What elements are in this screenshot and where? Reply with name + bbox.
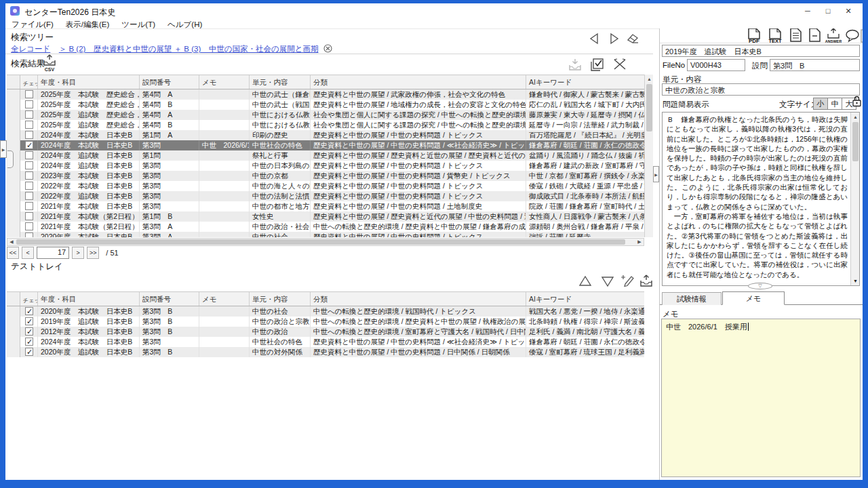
row-checkbox[interactable] bbox=[25, 141, 33, 149]
row-checkbox[interactable] bbox=[25, 110, 33, 119]
uncheck-all-button[interactable] bbox=[612, 58, 628, 74]
table-row[interactable]: 2021年度 本試験 日本史B第3問中世の都市と地方との関係歴史資料と中世の展望… bbox=[7, 201, 644, 211]
column-header[interactable]: 単元・内容 bbox=[250, 75, 311, 89]
tray-export-button[interactable] bbox=[638, 274, 654, 290]
checkbox-cell[interactable] bbox=[20, 100, 38, 110]
column-header[interactable]: メモ bbox=[199, 292, 250, 306]
column-header[interactable]: 年度・科目 bbox=[38, 292, 140, 306]
table-row[interactable]: 2020年度 本試験 日本史B第3問 A中世の社会歴史資料と中世の展望 / 中世… bbox=[7, 232, 644, 237]
lock-button[interactable] bbox=[851, 95, 862, 107]
memo-textarea[interactable]: 中世 2026/6/1 授業用 bbox=[661, 319, 861, 477]
checkbox-cell[interactable] bbox=[20, 191, 38, 201]
checkbox-cell[interactable] bbox=[20, 232, 38, 237]
pdf-button[interactable]: PDF bbox=[745, 28, 762, 43]
checkbox-cell[interactable] bbox=[20, 171, 38, 181]
table-row[interactable]: 2021年度 本試験（第2日程） 日本史B第3問 A中世の政治・社会・文化中世へ… bbox=[7, 222, 644, 232]
checkbox-cell[interactable] bbox=[20, 140, 38, 150]
tab-memo[interactable]: メモ bbox=[722, 291, 785, 305]
checkbox-cell[interactable] bbox=[20, 161, 38, 171]
first-page-button[interactable]: << bbox=[7, 247, 19, 259]
scroll-right-icon[interactable]: ▶ bbox=[635, 239, 644, 245]
last-page-button[interactable]: >> bbox=[87, 247, 99, 259]
row-checkbox[interactable] bbox=[25, 182, 33, 190]
checkbox-cell[interactable] bbox=[20, 222, 38, 232]
comment-button[interactable] bbox=[844, 28, 861, 45]
expand-preview-button[interactable]: ▽ bbox=[748, 283, 772, 289]
row-checkbox[interactable] bbox=[25, 151, 33, 159]
column-header[interactable]: 分類 bbox=[311, 292, 526, 306]
scrollbar-thumb[interactable] bbox=[16, 239, 625, 245]
next-page-button[interactable]: > bbox=[72, 247, 84, 259]
table-row[interactable]: 2024年度 追試験 日本史B第3問中世の日本列島の様子歴史資料と中世の展望 /… bbox=[7, 161, 644, 171]
scrollbar-thumb[interactable] bbox=[646, 84, 652, 131]
checkbox-cell[interactable] bbox=[20, 181, 38, 191]
table-row[interactable]: 2024年度 追試験 日本史B第1問祭礼と行事歴史資料と中世の展望 / 歴史資料… bbox=[7, 150, 644, 161]
row-checkbox[interactable] bbox=[25, 202, 33, 210]
maximize-button[interactable]: □ bbox=[818, 3, 838, 18]
table-row[interactable]: 2020年度 追試験 日本史B第3問 B中世の対外関係歴史資料と中世の展望 / … bbox=[7, 347, 644, 357]
text-button[interactable]: TEXT bbox=[766, 28, 782, 43]
column-header[interactable]: 年度・科目 bbox=[38, 75, 140, 89]
column-header[interactable]: メモ bbox=[199, 75, 250, 89]
row-checkbox[interactable] bbox=[25, 161, 33, 169]
table-row[interactable]: 2024年度 本試験 日本史B第1問 A印刷の歴史歴史資料と中世の展望 / 中世… bbox=[7, 130, 644, 140]
table-row[interactable]: 2019年度 追試験 日本史B第3問 B中世の政治と宗教中世への転換と歴史的環境… bbox=[7, 317, 644, 327]
prev-page-button[interactable]: < bbox=[22, 247, 34, 259]
preview-scrollbar[interactable]: ▲ ▼ bbox=[850, 113, 859, 285]
fontsize-small-button[interactable]: 小 bbox=[813, 98, 828, 110]
row-checkbox[interactable] bbox=[25, 90, 33, 98]
table-row[interactable]: 2022年度 追試験 日本史B第3問中世の法制と法慣習歴史資料と中世の展望 / … bbox=[7, 191, 644, 201]
close-button[interactable]: ✕ bbox=[838, 3, 859, 18]
checkbox-cell[interactable] bbox=[20, 347, 38, 357]
image-preview-button[interactable] bbox=[861, 29, 863, 45]
table-row[interactable]: 2025年度 本試験 歴史総合，日本第4問 A中世の武士（鎌倉時代歴史資料と中世… bbox=[7, 89, 644, 100]
document-lines-button[interactable] bbox=[787, 28, 804, 43]
checkbox-cell[interactable] bbox=[20, 110, 38, 120]
tray-edit-button[interactable] bbox=[620, 274, 636, 290]
column-header[interactable]: 単元・内容 bbox=[250, 292, 311, 306]
prev-record-button[interactable] bbox=[587, 32, 604, 48]
csv-export-button[interactable]: CSV bbox=[41, 54, 58, 73]
checkbox-cell[interactable] bbox=[20, 211, 38, 222]
checkbox-cell[interactable] bbox=[20, 201, 38, 211]
results-vertical-scrollbar[interactable]: ▲ bbox=[644, 75, 653, 237]
column-header[interactable]: チェック bbox=[20, 292, 38, 306]
table-row[interactable]: 2023年度 本試験 日本史B第3問中世の京都歴史資料と中世の展望 / 中世の史… bbox=[7, 171, 644, 181]
row-checkbox[interactable] bbox=[25, 348, 33, 356]
fileno-field[interactable]: V000H43 bbox=[687, 59, 745, 71]
breadcrumb-root-link[interactable]: 全レコード bbox=[11, 45, 50, 53]
table-row[interactable]: 2022年度 本試験 日本史B第3問中世の海と人々の関わり歴史資料と中世の展望 … bbox=[7, 181, 644, 191]
row-checkbox[interactable] bbox=[25, 338, 33, 346]
tray-move-up-button[interactable] bbox=[577, 274, 593, 290]
column-header[interactable]: 分類 bbox=[311, 75, 526, 89]
table-row[interactable]: 2021年度 本試験（第2日程） 日本史B第1問 B女性史歴史資料と中世の展望 … bbox=[7, 211, 644, 222]
table-row[interactable]: 2025年度 追試験 歴史総合，日本第4問 B中世における仏教と国家社会や集団と… bbox=[7, 120, 644, 130]
next-record-button[interactable] bbox=[606, 32, 623, 48]
row-checkbox[interactable] bbox=[25, 192, 33, 200]
clear-filter-button[interactable] bbox=[625, 32, 642, 48]
menu-item[interactable]: 表示/編集(E) bbox=[60, 19, 116, 30]
row-checkbox[interactable] bbox=[25, 327, 33, 336]
menu-item[interactable]: ツール(T) bbox=[115, 19, 161, 30]
checkbox-cell[interactable] bbox=[20, 150, 38, 161]
table-row[interactable]: 2025年度 本試験 歴史総合，日本第4問 B中世の武士（戦国大名歴史資料と中世… bbox=[7, 100, 644, 110]
column-header[interactable]: AIキーワード bbox=[526, 292, 644, 306]
scrollbar-thumb[interactable] bbox=[852, 122, 859, 161]
row-checkbox[interactable] bbox=[25, 222, 33, 230]
row-checkbox[interactable] bbox=[25, 317, 33, 325]
row-checkbox[interactable] bbox=[25, 171, 33, 180]
menu-item[interactable]: ファイル(F) bbox=[5, 19, 60, 30]
checkbox-cell[interactable] bbox=[20, 337, 38, 347]
menu-item[interactable]: ヘルプ(H) bbox=[161, 19, 208, 30]
document-minus-button[interactable] bbox=[806, 28, 823, 43]
page-number-input[interactable]: 17 bbox=[37, 247, 69, 259]
column-header[interactable]: 設問番号 bbox=[140, 75, 199, 89]
checkbox-cell[interactable] bbox=[20, 317, 38, 327]
checkbox-cell[interactable] bbox=[20, 327, 38, 337]
scroll-down-icon[interactable]: ▼ bbox=[851, 277, 860, 285]
row-checkbox[interactable] bbox=[25, 307, 33, 315]
table-row[interactable]: 2024年度 本試験 日本史B第3問中世 2026/6/1中世社会の特色歴史資料… bbox=[7, 140, 644, 150]
row-checkbox[interactable] bbox=[25, 232, 33, 237]
check-all-button[interactable] bbox=[589, 58, 606, 74]
checkbox-cell[interactable] bbox=[20, 120, 38, 130]
